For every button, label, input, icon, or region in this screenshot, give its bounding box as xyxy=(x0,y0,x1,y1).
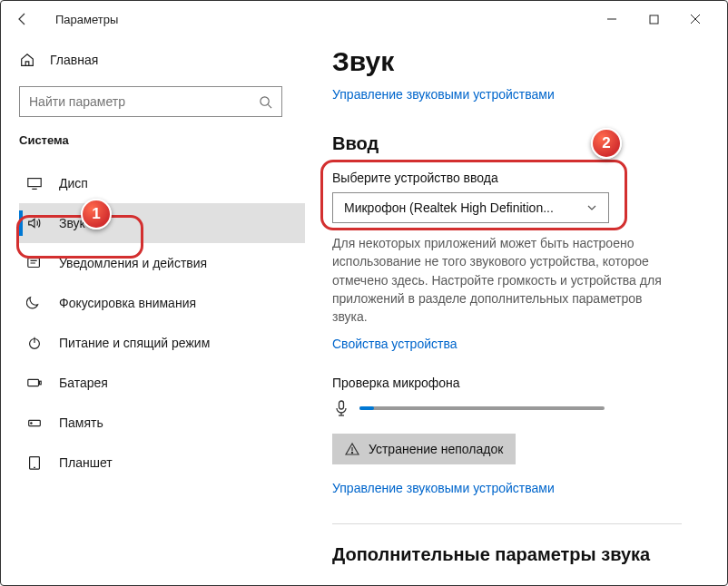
device-properties-link[interactable]: Свойства устройства xyxy=(332,337,457,351)
sidebar-item-power[interactable]: Питание и спящий режим xyxy=(19,323,305,363)
battery-icon xyxy=(26,375,43,391)
notifications-icon xyxy=(26,255,43,271)
tablet-icon xyxy=(26,454,43,471)
close-icon xyxy=(690,14,701,24)
input-device-label: Выберите устройство ввода xyxy=(332,171,682,185)
sidebar-item-storage[interactable]: Память xyxy=(19,403,305,443)
svg-rect-12 xyxy=(39,381,41,385)
svg-rect-11 xyxy=(28,379,39,386)
storage-icon xyxy=(26,415,43,431)
svg-point-21 xyxy=(351,453,352,454)
nav-list: Дисп Звук Уведомления и действия Фокусир… xyxy=(19,163,305,483)
titlebar: Параметры xyxy=(1,1,727,37)
svg-point-14 xyxy=(31,423,32,424)
home-row[interactable]: Главная xyxy=(19,43,305,77)
svg-rect-6 xyxy=(28,179,41,187)
search-field[interactable] xyxy=(29,94,259,109)
troubleshoot-label: Устранение неполадок xyxy=(369,442,503,456)
sidebar-item-tablet[interactable]: Планшет xyxy=(19,443,305,483)
svg-rect-1 xyxy=(650,15,658,24)
mic-level-track xyxy=(359,406,605,410)
mic-test-label: Проверка микрофона xyxy=(332,376,682,390)
sidebar-item-sound[interactable]: Звук xyxy=(19,203,305,243)
close-button[interactable] xyxy=(674,1,716,37)
svg-line-5 xyxy=(268,104,271,108)
minimize-button[interactable] xyxy=(591,1,633,37)
search-icon xyxy=(259,95,272,109)
svg-point-4 xyxy=(261,96,269,104)
mic-level-fill xyxy=(359,406,374,410)
microphone-icon xyxy=(332,399,350,417)
input-hint: Для некоторых приложений может быть наст… xyxy=(332,234,677,326)
sidebar-item-label: Уведомления и действия xyxy=(59,256,207,270)
mic-test-row xyxy=(332,399,682,417)
maximize-button[interactable] xyxy=(633,1,674,37)
search-input[interactable] xyxy=(19,86,282,117)
sound-icon xyxy=(26,215,43,231)
sidebar-item-label: Память xyxy=(59,415,103,430)
minimize-icon xyxy=(606,14,617,24)
window-title: Параметры xyxy=(55,13,118,26)
advanced-heading: Дополнительные параметры звука xyxy=(332,523,682,565)
maximize-icon xyxy=(649,15,659,24)
arrow-left-icon xyxy=(15,12,30,26)
category-label: Система xyxy=(19,133,305,147)
focus-icon xyxy=(26,295,43,311)
input-heading: Ввод xyxy=(332,133,682,154)
sidebar-item-label: Батарея xyxy=(59,376,108,390)
sidebar-item-label: Фокусировка внимания xyxy=(59,296,196,310)
svg-rect-17 xyxy=(339,401,344,409)
warning-icon xyxy=(345,442,359,456)
sidebar: Главная Система Дисп Звук Уведомления и … xyxy=(1,37,305,586)
main-panel: Звук Управление звуковыми устройствами В… xyxy=(305,37,727,586)
page-title: Звук xyxy=(332,46,682,77)
display-icon xyxy=(26,175,43,191)
back-button[interactable] xyxy=(12,8,34,30)
sidebar-item-notifications[interactable]: Уведомления и действия xyxy=(19,243,305,283)
power-icon xyxy=(26,335,43,351)
sidebar-item-label: Дисп xyxy=(59,176,88,190)
sidebar-item-label: Планшет xyxy=(59,455,113,470)
sidebar-item-display[interactable]: Дисп xyxy=(19,163,305,203)
sidebar-item-focus[interactable]: Фокусировка внимания xyxy=(19,283,305,323)
home-label: Главная xyxy=(50,53,98,67)
home-icon xyxy=(19,52,35,68)
manage-devices-link-2[interactable]: Управление звуковыми устройствами xyxy=(332,481,555,495)
input-device-select[interactable]: Микрофон (Realtek High Definition... xyxy=(332,192,609,223)
sidebar-item-label: Питание и спящий режим xyxy=(59,336,210,350)
content: Главная Система Дисп Звук Уведомления и … xyxy=(1,37,727,586)
sidebar-item-label: Звук xyxy=(59,216,85,230)
window-controls xyxy=(591,1,716,37)
manage-devices-link[interactable]: Управление звуковыми устройствами xyxy=(332,87,555,102)
sidebar-item-battery[interactable]: Батарея xyxy=(19,363,305,403)
chevron-down-icon xyxy=(586,202,597,213)
input-device-value: Микрофон (Realtek High Definition... xyxy=(344,200,586,215)
troubleshoot-button[interactable]: Устранение неполадок xyxy=(332,434,516,464)
